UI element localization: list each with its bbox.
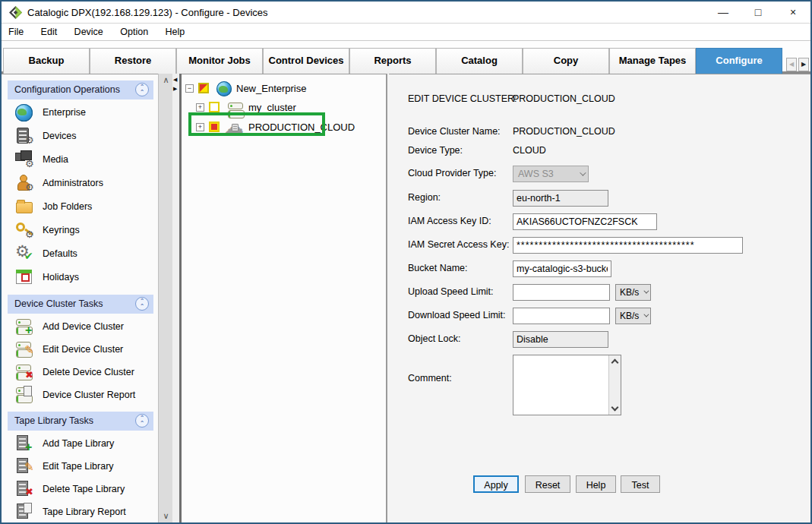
sidebar-item-add-tape-library[interactable]: + Add Tape Library <box>9 433 153 455</box>
tristate-checkbox-checked[interactable] <box>209 122 220 132</box>
menu-edit[interactable]: Edit <box>34 24 65 37</box>
scroll-up-icon <box>611 359 619 367</box>
sidebar-item-holidays[interactable]: Holidays <box>9 267 153 289</box>
sidebar-item-label: Devices <box>43 131 76 141</box>
menu-device[interactable]: Device <box>68 24 110 37</box>
iam-secret-access-key-field[interactable] <box>513 237 743 254</box>
form-label-upload-speed-limit: Upload Speed Limit: <box>408 286 494 297</box>
form-label-object-lock: Object Lock: <box>408 333 460 344</box>
tree-node-production-cloud[interactable]: + ☁ PRODUCTION_CLOUD <box>182 118 379 137</box>
download-speed-limit-field[interactable] <box>513 308 610 324</box>
form-value-device-type: CLOUD <box>513 145 546 156</box>
upload-speed-limit-field[interactable] <box>513 284 610 301</box>
sidebar-item-label: Tape Library Report <box>43 507 126 517</box>
tree-node-label[interactable]: New_Enterprise <box>236 83 307 94</box>
sidebar-item-defaults[interactable]: ⚙✔ Defaults <box>9 243 153 265</box>
comment-scrollbar[interactable] <box>608 355 621 415</box>
iam-access-key-id-field[interactable] <box>513 213 657 230</box>
bucket-name-field[interactable] <box>513 260 611 277</box>
main-area: Configuration Operations ⌃⌃ Enterprise ⚙… <box>2 74 810 522</box>
form-label-edit-device-cluster: EDIT DEVICE CLUSTER: <box>408 93 517 104</box>
media-gear-icon: ⚙ <box>14 150 35 171</box>
tree-node-label[interactable]: my_cluster <box>248 102 296 113</box>
sidebar-item-media[interactable]: ⚙ Media <box>9 149 153 171</box>
collapse-right-icon[interactable]: ▶ <box>173 86 177 92</box>
collapse-expander-icon[interactable]: − <box>185 84 194 93</box>
sidebar-item-edit-device-cluster[interactable]: ✎ Edit Device Cluster <box>9 339 153 361</box>
sidebar-item-keyrings[interactable]: ⚙ Keyrings <box>9 219 153 241</box>
catalogic-logo-icon <box>9 6 22 19</box>
tab-restore[interactable]: Restore <box>90 48 176 74</box>
download-speed-unit-dropdown[interactable]: KB/s <box>615 308 651 324</box>
sidebar-item-label: Defaults <box>43 248 77 259</box>
menu-bar: File Edit Device Option Help <box>2 24 810 41</box>
sidebar-item-label: Edit Tape Library <box>43 461 114 472</box>
chevron-double-up-icon[interactable]: ⌃⌃ <box>135 297 149 311</box>
tree-node-my-cluster[interactable]: + my_cluster <box>182 99 379 117</box>
chevron-double-up-icon[interactable]: ⌃⌃ <box>135 83 149 96</box>
minimize-button[interactable]: — <box>706 2 741 24</box>
region-field[interactable] <box>513 190 608 207</box>
sidebar-item-devices[interactable]: ⚙ Devices <box>9 125 153 147</box>
chevron-down-icon <box>643 312 649 317</box>
object-lock-field[interactable] <box>513 331 608 348</box>
sidebar-item-delete-device-cluster[interactable]: ✖ Delete Device Cluster <box>9 361 153 384</box>
tab-scroll-right-icon[interactable]: ▶ <box>798 58 809 71</box>
sidebar-item-enterprise[interactable]: Enterprise <box>9 102 153 124</box>
sidebar-item-delete-tape-library[interactable]: ✖ Delete Tape Library <box>9 478 153 500</box>
sidebar-item-label: Administrators <box>43 178 103 188</box>
scroll-down-icon[interactable]: ∨ <box>159 510 173 522</box>
panel-splitter[interactable]: ◀ ▶ <box>172 74 182 522</box>
test-button[interactable]: Test <box>621 475 660 493</box>
expand-expander-icon[interactable]: + <box>196 103 204 112</box>
tristate-checkbox-unchecked[interactable] <box>209 102 220 112</box>
globe-icon <box>14 103 35 124</box>
sidebar-item-edit-tape-library[interactable]: ✎ Edit Tape Library <box>9 456 153 478</box>
apply-button[interactable]: Apply <box>473 475 519 493</box>
tab-scroll-left-icon[interactable]: ◀ <box>786 58 797 71</box>
maximize-button[interactable]: □ <box>741 2 776 24</box>
section-header-tape-library-tasks[interactable]: Tape Library Tasks ⌃⌃ <box>8 412 153 431</box>
sidebar-item-administrators[interactable]: ⚙ Administrators <box>9 172 153 194</box>
tab-backup[interactable]: Backup <box>3 48 90 74</box>
section-header-device-cluster-tasks[interactable]: Device Cluster Tasks ⌃⌃ <box>8 295 153 314</box>
help-button[interactable]: Help <box>576 475 616 493</box>
comment-textarea[interactable] <box>513 355 621 415</box>
sidebar-item-job-folders[interactable]: Job Folders <box>9 196 153 218</box>
sidebar-item-tape-library-report[interactable]: Tape Library Report <box>9 501 153 522</box>
tab-control-devices[interactable]: Control Devices <box>263 48 349 74</box>
form-label-device-cluster-name: Device Cluster Name: <box>408 126 501 137</box>
tree-node-label[interactable]: PRODUCTION_CLOUD <box>248 122 355 133</box>
menu-option[interactable]: Option <box>113 24 155 37</box>
scroll-up-icon[interactable]: ∧ <box>159 74 173 87</box>
tab-configure[interactable]: Configure <box>696 48 782 74</box>
sidebar-item-device-cluster-report[interactable]: Device Cluster Report <box>9 384 153 406</box>
sidebar-item-add-device-cluster[interactable]: + Add Device Cluster <box>9 316 153 338</box>
menu-file[interactable]: File <box>2 24 30 37</box>
tab-manage-tapes[interactable]: Manage Tapes <box>609 48 696 74</box>
tree-node-new-enterprise[interactable]: − New_Enterprise <box>182 80 379 98</box>
person-gear-icon: ⚙ <box>14 173 35 194</box>
expand-expander-icon[interactable]: + <box>196 123 204 131</box>
tab-copy[interactable]: Copy <box>523 48 609 74</box>
tristate-checkbox-partial[interactable] <box>198 83 209 93</box>
sidebar-item-label: Keyrings <box>43 225 80 235</box>
collapse-left-icon[interactable]: ◀ <box>173 77 177 83</box>
menu-help[interactable]: Help <box>159 24 192 37</box>
chevron-double-up-icon[interactable]: ⌃⌃ <box>135 414 149 428</box>
cloud-provider-type-dropdown[interactable]: AWS S3 <box>513 166 589 182</box>
sidebar-item-label: Media <box>43 154 68 165</box>
tab-monitor-jobs[interactable]: Monitor Jobs <box>176 48 263 74</box>
reset-button[interactable]: Reset <box>525 475 570 493</box>
tab-catalog[interactable]: Catalog <box>436 48 523 74</box>
upload-speed-unit-dropdown[interactable]: KB/s <box>615 284 651 301</box>
sidebar-scrollbar[interactable]: ∧ ∨ <box>158 74 172 522</box>
section-header-configuration-operations[interactable]: Configuration Operations ⌃⌃ <box>8 80 153 99</box>
close-button[interactable]: × <box>776 2 810 24</box>
sidebar-item-label: Edit Device Cluster <box>43 344 123 355</box>
chevron-down-icon <box>580 169 586 175</box>
section-title: Device Cluster Tasks <box>14 298 103 309</box>
sidebar-item-label: Delete Device Cluster <box>43 367 134 377</box>
tab-reports[interactable]: Reports <box>349 48 436 74</box>
form-label-device-type: Device Type: <box>408 145 463 156</box>
